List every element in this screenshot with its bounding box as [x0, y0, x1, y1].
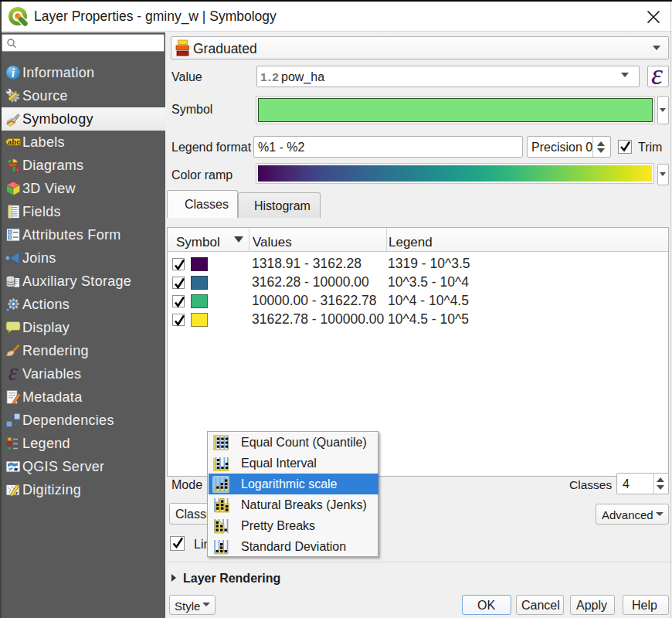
svg-text:abc: abc	[8, 138, 20, 146]
svg-text:i: i	[12, 66, 15, 80]
svg-text:ε: ε	[8, 358, 19, 385]
